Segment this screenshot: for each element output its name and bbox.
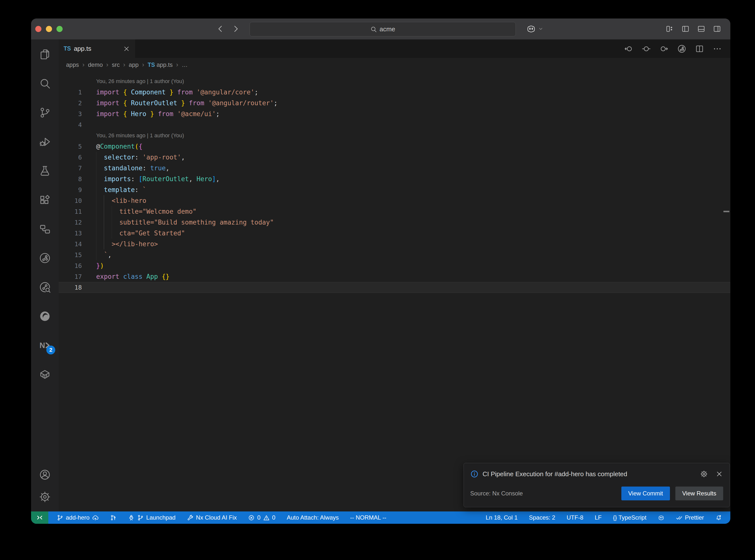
command-center-search[interactable]: acme: [250, 22, 516, 37]
view-results-button[interactable]: View Results: [675, 486, 723, 500]
activity-source-control[interactable]: [38, 106, 52, 119]
code-editor[interactable]: You, 26 minutes ago | 1 author (You)1imp…: [59, 72, 730, 512]
zoom-window-button[interactable]: [57, 26, 63, 32]
breadcrumb-item[interactable]: …: [182, 61, 187, 68]
code-line-5: 5@Component({: [59, 141, 730, 152]
status-notifications-bell[interactable]: [715, 514, 722, 521]
activity-extensions[interactable]: [38, 194, 52, 206]
navigate-back-button[interactable]: [216, 24, 225, 34]
tab-app-ts[interactable]: TS app.ts: [59, 39, 135, 58]
close-tab-icon[interactable]: [123, 45, 130, 53]
status-label: Prettier: [685, 514, 704, 521]
status-prettier[interactable]: Prettier: [676, 514, 704, 521]
status-label: Launchpad: [146, 514, 176, 521]
activity-search[interactable]: [38, 77, 52, 90]
status-label: {} TypeScript: [613, 514, 647, 521]
activity-manage[interactable]: [38, 491, 52, 503]
breadcrumb-item[interactable]: demo: [88, 61, 103, 68]
status-copilot[interactable]: [658, 514, 664, 521]
line-number[interactable]: 2: [59, 100, 96, 107]
line-number[interactable]: 4: [59, 121, 96, 128]
vscode-window: acme N2 TS app.ts apps›demo: [31, 19, 730, 524]
activity-commit-graph[interactable]: [38, 252, 52, 264]
line-number[interactable]: 13: [59, 230, 96, 237]
status-git-branch-sync[interactable]: add-hero: [57, 514, 99, 521]
code-line-18: 18: [59, 282, 730, 293]
remote-icon: [36, 514, 43, 521]
rocket-icon: [128, 514, 135, 521]
status-nx-cloud-ai-fix[interactable]: Nx Cloud AI Fix: [187, 514, 237, 521]
code-text: ></lib-hero>: [96, 240, 158, 248]
activity-swirl-logo[interactable]: [38, 310, 52, 322]
code-text: import { Hero } from '@acme/ui';: [96, 110, 220, 118]
activity-containers[interactable]: [38, 368, 52, 381]
line-number[interactable]: 1: [59, 89, 96, 96]
line-number[interactable]: 14: [59, 241, 96, 248]
activity-accounts[interactable]: [38, 468, 52, 481]
status-bar: add-heroLaunchpadNx Cloud AI Fix00Auto A…: [31, 512, 730, 524]
line-number[interactable]: 9: [59, 186, 96, 194]
layout-sidebar-left-icon[interactable]: [681, 24, 690, 33]
status-auto-attach[interactable]: Auto Attach: Always: [287, 514, 339, 521]
line-number[interactable]: 8: [59, 176, 96, 183]
code-line-3: 3import { Hero } from '@acme/ui';: [59, 108, 730, 119]
cloud-upload-icon: [92, 514, 99, 521]
line-number[interactable]: 6: [59, 154, 96, 161]
remote-indicator[interactable]: [31, 512, 48, 524]
line-number[interactable]: 11: [59, 208, 96, 215]
org-boxes-icon: [39, 223, 51, 235]
status-label: Spaces: 2: [529, 514, 555, 521]
split-editor-icon[interactable]: [695, 44, 704, 54]
line-number[interactable]: 18: [59, 284, 96, 291]
copilot-menu-button[interactable]: [526, 24, 544, 34]
breadcrumb-item[interactable]: app: [129, 61, 139, 68]
circle-branch-icon[interactable]: [677, 44, 687, 54]
status-language-mode[interactable]: {} TypeScript: [613, 514, 647, 521]
git-branch-icon: [57, 514, 63, 521]
status-vim-mode[interactable]: -- NORMAL --: [350, 514, 386, 521]
activity-nx-console[interactable]: N2: [38, 339, 52, 352]
line-number[interactable]: 3: [59, 111, 96, 118]
breadcrumb-item[interactable]: TS app.ts: [148, 61, 173, 68]
layout-panel-icon[interactable]: [697, 24, 706, 33]
notification-settings-icon[interactable]: [700, 470, 708, 478]
status-encoding[interactable]: UTF-8: [567, 514, 583, 521]
view-commit-button[interactable]: View Commit: [621, 486, 670, 500]
line-number[interactable]: 17: [59, 273, 96, 280]
ellipsis-icon[interactable]: [713, 44, 722, 54]
line-number[interactable]: 5: [59, 143, 96, 150]
line-number[interactable]: 15: [59, 252, 96, 259]
activity-explorer[interactable]: [38, 48, 52, 61]
activity-project-hierarchy[interactable]: [38, 223, 52, 235]
breadcrumb-item[interactable]: src: [112, 61, 120, 68]
blame-row: You, 26 minutes ago | 1 author (You): [59, 130, 730, 141]
status-eol[interactable]: LF: [595, 514, 602, 521]
prev-change-icon[interactable]: [624, 44, 633, 54]
line-number[interactable]: 12: [59, 219, 96, 226]
breadcrumb-item[interactable]: apps: [66, 61, 79, 68]
line-number[interactable]: 10: [59, 197, 96, 204]
badge: 2: [46, 345, 55, 355]
next-change-icon[interactable]: [659, 44, 669, 54]
customize-layout-icon[interactable]: [665, 24, 674, 33]
search-icon: [370, 26, 377, 33]
minimize-window-button[interactable]: [46, 26, 52, 32]
status-indentation[interactable]: Spaces: 2: [529, 514, 555, 521]
navigate-forward-button[interactable]: [231, 24, 241, 34]
activity-commit-graph-search[interactable]: [38, 281, 52, 293]
status-problems[interactable]: 00: [248, 514, 275, 521]
blame-row: You, 26 minutes ago | 1 author (You): [59, 76, 730, 87]
status-launchpad[interactable]: Launchpad: [128, 514, 176, 521]
close-window-button[interactable]: [35, 26, 41, 32]
line-circle-icon[interactable]: [641, 44, 651, 54]
activity-run-and-debug[interactable]: [38, 136, 52, 148]
layout-sidebar-right-icon[interactable]: [713, 24, 721, 33]
status-cursor-position[interactable]: Ln 18, Col 1: [486, 514, 518, 521]
line-number[interactable]: 7: [59, 165, 96, 172]
status-commit-graph[interactable]: [110, 514, 117, 521]
status-label: Nx Cloud AI Fix: [196, 514, 237, 521]
notification-close-icon[interactable]: [715, 470, 723, 478]
swirl-icon: [39, 310, 51, 322]
activity-testing[interactable]: [38, 165, 52, 177]
line-number[interactable]: 16: [59, 262, 96, 269]
